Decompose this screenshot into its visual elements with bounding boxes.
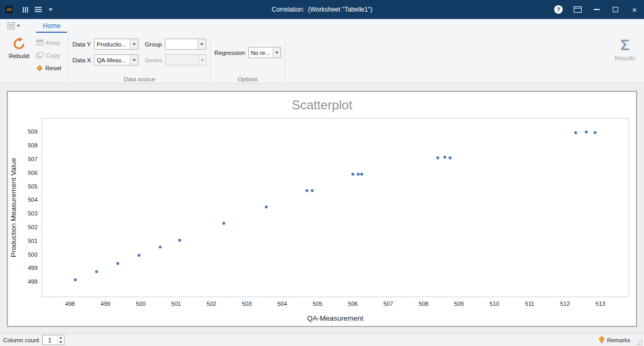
ribbon: Home Rebuild Keep [0,19,644,83]
minimize-icon [594,9,600,10]
spin-up-button[interactable] [58,335,64,340]
x-tick-label: 503 [242,301,251,307]
main-area: Scatterplot49849950050150250350450550650… [0,83,644,333]
x-tick-label: 505 [313,301,322,307]
regression-value: No re... [249,48,273,58]
data-point [305,189,309,192]
data-point [178,239,181,242]
ribbon-tab-row: Home [0,19,644,33]
x-tick-label: 513 [595,301,605,307]
series-field-label: Series [145,57,162,63]
group-dropdown-arrow[interactable] [198,39,206,49]
resize-grip[interactable] [636,338,643,346]
data-x-dropdown[interactable]: QA-Meas... [94,54,138,66]
x-tick-label: 500 [136,301,145,307]
column-count-label: Column count [3,337,39,343]
data-point [360,173,363,176]
hamburger-menu-icon[interactable] [32,3,44,16]
data-y-dropdown[interactable]: Productio... [94,39,138,50]
data-point [594,131,597,134]
x-tick-label: 508 [419,301,428,307]
results-label: Results [615,55,635,61]
rebuild-button[interactable]: Rebuild [6,35,32,73]
chart-title: Scatterplot [292,98,352,112]
caret-down-icon [133,59,136,61]
ribbon-group-options: Regression No re... Options [212,33,284,83]
x-tick-label: 511 [525,301,535,307]
group-caption-data-source: Data source [70,76,209,82]
chevron-down-icon[interactable] [44,3,57,16]
chevron-glyph [49,8,53,11]
data-point [351,173,354,176]
copy-icon [36,52,43,58]
group-caption-options: Options [212,76,284,82]
data-y-dropdown-arrow[interactable] [130,39,138,49]
ribbon-group-rebuild: Rebuild Keep Copy Reset [3,33,67,83]
data-point [265,205,268,209]
small-button-column: Keep Copy Reset [33,35,64,73]
group-separator [210,35,211,80]
close-button[interactable]: × [625,0,644,19]
data-point [585,130,588,134]
y-tick-label: 500 [28,251,38,258]
ribbon-group-results: Σ Results [609,33,641,83]
reset-button[interactable]: Reset [33,62,64,73]
data-y-value: Productio... [95,39,130,49]
data-x-dropdown-arrow[interactable] [130,55,138,65]
column-count-input[interactable] [43,335,57,344]
y-tick-label: 507 [28,156,38,162]
x-tick-label: 501 [171,301,181,307]
series-value [166,55,198,65]
help-icon: ? [554,5,563,14]
data-point [158,246,162,249]
x-tick-label: 512 [560,301,570,307]
remarks-bulb-icon [599,336,605,344]
spin-down-button[interactable] [58,340,64,345]
keep-button[interactable]: Keep [33,37,64,48]
x-tick-label: 502 [207,301,216,307]
regression-dropdown[interactable]: No re... [248,47,281,58]
data-point [116,262,119,265]
app-window: At Correlation: (Worksheet "Tabelle1") ?… [0,0,644,346]
data-point [95,270,98,274]
remarks-label[interactable]: Remarks [607,337,630,343]
y-tick-label: 506 [28,170,38,176]
group-dropdown[interactable] [165,39,206,50]
minimize-button[interactable] [587,0,606,19]
y-tick-label: 505 [28,183,38,190]
data-point [436,156,440,160]
chart-panel: Scatterplot49849950050150250350450550650… [7,91,637,327]
help-button[interactable]: ? [549,0,568,19]
app-menu-button[interactable] [5,21,22,31]
copy-button[interactable]: Copy [33,50,64,61]
y-tick-label: 508 [28,142,38,148]
caret-down-icon [200,43,203,45]
y-tick-label: 503 [28,210,38,217]
caret-down-icon [275,52,278,54]
regression-dropdown-arrow[interactable] [273,48,281,58]
series-dropdown-arrow [198,55,206,65]
data-point [74,278,77,282]
app-menu-icon [7,22,15,30]
tab-home[interactable]: Home [36,21,67,33]
caret-down-icon [201,59,204,61]
sigma-icon: Σ [620,37,629,53]
app-logo-text: At [6,7,12,12]
group-value [165,39,198,49]
group-separator [68,35,69,80]
data-point [137,254,141,257]
x-tick-label: 510 [490,301,499,307]
window-panel-button[interactable] [568,0,587,19]
data-point [443,156,446,159]
maximize-icon [613,7,618,12]
app-logo-icon[interactable]: At [4,5,14,14]
y-tick-label: 499 [28,265,38,271]
titlebar: At Correlation: (Worksheet "Tabelle1") ?… [0,0,644,19]
column-count-spinner[interactable] [42,335,64,345]
maximize-button[interactable] [606,0,625,19]
vertical-bars-icon[interactable] [19,3,32,16]
results-button[interactable]: Σ Results [612,35,638,61]
regression-label: Regression [214,50,245,56]
window-panel-icon [574,6,582,13]
x-tick-label: 506 [348,301,358,307]
